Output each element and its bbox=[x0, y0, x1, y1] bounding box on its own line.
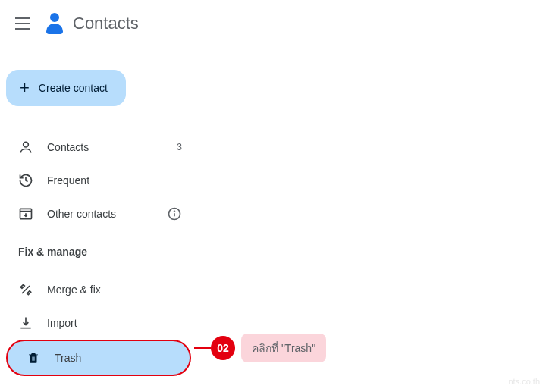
nav-label: Contacts bbox=[47, 141, 163, 153]
nav-label: Trash bbox=[55, 352, 174, 364]
info-icon[interactable] bbox=[167, 206, 182, 221]
menu-icon[interactable] bbox=[15, 14, 33, 33]
nav-count: 3 bbox=[177, 142, 182, 152]
section-fix-manage: Fix & manage bbox=[0, 230, 197, 267]
app-header: Contacts bbox=[0, 0, 546, 47]
annotation-connector bbox=[194, 347, 211, 349]
svg-rect-5 bbox=[33, 357, 33, 361]
sidebar: + Create contact Contacts 3 Frequent Oth… bbox=[0, 47, 197, 392]
create-contact-button[interactable]: + Create contact bbox=[6, 70, 126, 106]
nav-label: Import bbox=[47, 317, 182, 329]
section-labels: Labels + bbox=[0, 376, 197, 392]
sidebar-item-other-contacts[interactable]: Other contacts bbox=[0, 197, 197, 230]
app-title: Contacts bbox=[73, 14, 139, 33]
app-logo[interactable]: Contacts bbox=[42, 11, 139, 36]
trash-icon bbox=[26, 350, 41, 365]
svg-point-0 bbox=[24, 142, 29, 147]
tools-icon bbox=[18, 282, 33, 297]
archive-icon bbox=[18, 206, 33, 221]
watermark: nts.co.th bbox=[508, 377, 540, 386]
plus-icon: + bbox=[20, 83, 30, 93]
tutorial-annotation: 02 คลิกที่ "Trash" bbox=[194, 334, 326, 362]
sidebar-item-contacts[interactable]: Contacts 3 bbox=[0, 130, 197, 164]
nav-label: Frequent bbox=[47, 174, 182, 187]
sidebar-item-import[interactable]: Import bbox=[0, 306, 197, 340]
nav-label: Other contacts bbox=[47, 208, 153, 220]
svg-rect-6 bbox=[33, 357, 34, 361]
sidebar-item-merge-fix[interactable]: Merge & fix bbox=[0, 273, 197, 306]
annotation-step-badge: 02 bbox=[211, 336, 235, 360]
svg-point-4 bbox=[174, 211, 175, 212]
download-icon bbox=[18, 315, 33, 331]
create-contact-label: Create contact bbox=[39, 82, 108, 94]
nav-primary: Contacts 3 Frequent Other contacts bbox=[0, 130, 197, 230]
sidebar-item-frequent[interactable]: Frequent bbox=[0, 164, 197, 197]
sidebar-item-trash[interactable]: Trash bbox=[6, 340, 191, 376]
history-icon bbox=[18, 173, 33, 188]
nav-label: Merge & fix bbox=[47, 284, 182, 296]
person-icon bbox=[18, 140, 33, 155]
nav-manage: Merge & fix Import Trash bbox=[0, 273, 197, 376]
annotation-text: คลิกที่ "Trash" bbox=[241, 334, 326, 362]
contacts-logo-icon bbox=[42, 11, 67, 36]
